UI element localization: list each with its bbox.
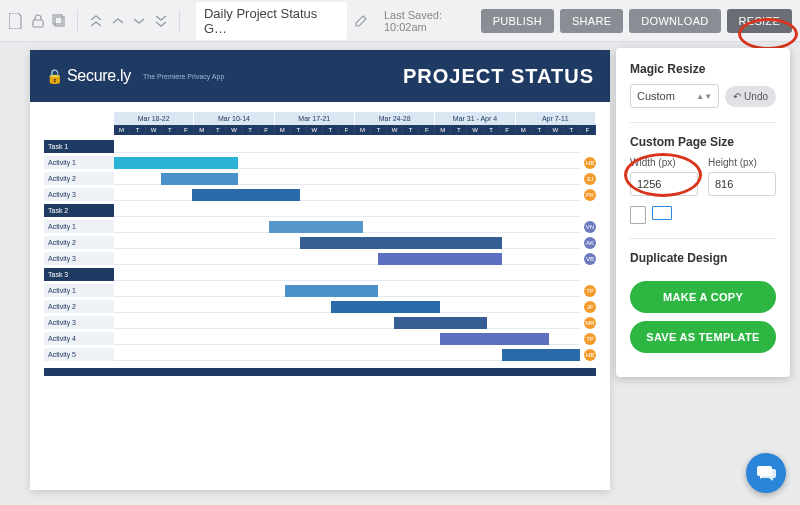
share-button[interactable]: SHARE	[560, 9, 623, 33]
day-header: F	[500, 125, 516, 135]
day-header: T	[243, 125, 259, 135]
week-header: Mar 10-14	[194, 112, 274, 125]
row-label: Activity 5	[44, 348, 114, 361]
day-header: W	[467, 125, 483, 135]
height-input[interactable]	[708, 172, 776, 196]
row-track	[114, 317, 580, 329]
day-header: M	[194, 125, 210, 135]
row-track	[114, 285, 580, 297]
undo-icon: ↶	[733, 91, 741, 102]
row-label: Activity 1	[44, 220, 114, 233]
width-input[interactable]	[630, 172, 698, 196]
row-label: Activity 1	[44, 156, 114, 169]
row-track	[114, 237, 580, 249]
preset-value: Custom	[637, 90, 675, 102]
double-down-icon[interactable]	[153, 12, 169, 30]
make-a-copy-button[interactable]: MAKE A COPY	[630, 281, 776, 313]
row-track	[114, 269, 580, 281]
day-header: F	[178, 125, 194, 135]
svg-rect-0	[33, 20, 43, 27]
assignee-badge: TP	[584, 333, 596, 345]
assignee-badge: HB	[584, 157, 596, 169]
design-canvas[interactable]: 🔒 Secure.ly The Premiere Privacy App PRO…	[30, 50, 610, 490]
row-track	[114, 349, 580, 361]
chat-fab[interactable]	[746, 453, 786, 493]
gantt-bar	[114, 157, 238, 169]
document-title-input[interactable]: Daily Project Status G…	[196, 2, 347, 40]
day-header: T	[371, 125, 387, 135]
row-label: Task 1	[44, 140, 114, 153]
row-label: Activity 2	[44, 236, 114, 249]
undo-button[interactable]: ↶ Undo	[725, 86, 776, 107]
day-header: W	[226, 125, 242, 135]
week-header: Mar 31 - Apr 4	[435, 112, 515, 125]
lock-icon[interactable]	[30, 12, 46, 30]
day-header: F	[419, 125, 435, 135]
row-track	[114, 333, 580, 345]
row-label: Activity 4	[44, 332, 114, 345]
assignee-badge: HB	[584, 349, 596, 361]
chevron-down-icon[interactable]	[132, 12, 148, 30]
publish-button[interactable]: PUBLISH	[481, 9, 554, 33]
gantt-activity-row: Activity 5HB	[44, 347, 596, 362]
day-header: T	[210, 125, 226, 135]
day-header: T	[130, 125, 146, 135]
day-header: M	[516, 125, 532, 135]
gantt-task-row: Task 1	[44, 139, 596, 154]
resize-button[interactable]: RESIZE	[727, 9, 793, 33]
assignee-badge: VB	[584, 253, 596, 265]
double-up-icon[interactable]	[88, 12, 104, 30]
copy-icon[interactable]	[51, 12, 67, 30]
row-label: Activity 3	[44, 252, 114, 265]
gantt-bar	[192, 189, 301, 201]
day-header: W	[387, 125, 403, 135]
svg-rect-2	[53, 15, 62, 24]
gantt-activity-row: Activity 1TP	[44, 283, 596, 298]
orientation-landscape-icon[interactable]	[652, 206, 672, 220]
gantt-chart: Mar 18-22Mar 10-14Mar 17-21Mar 24-28Mar …	[30, 102, 610, 380]
assignee-badge: SJ	[584, 173, 596, 185]
separator	[77, 10, 78, 32]
chevron-up-icon[interactable]	[110, 12, 126, 30]
gantt-bar	[394, 317, 487, 329]
canvas-title: PROJECT STATUS	[403, 65, 594, 88]
select-chevron-icon: ▲▼	[696, 92, 712, 101]
panel-separator	[630, 238, 776, 239]
gantt-bar	[440, 333, 549, 345]
resize-preset-select[interactable]: Custom ▲▼	[630, 84, 719, 108]
row-label: Activity 2	[44, 300, 114, 313]
file-icon[interactable]	[8, 12, 24, 30]
gantt-activity-row: Activity 2SJ	[44, 171, 596, 186]
row-track	[114, 205, 580, 217]
row-label: Activity 1	[44, 284, 114, 297]
duplicate-heading: Duplicate Design	[630, 251, 776, 265]
day-header: T	[323, 125, 339, 135]
day-header: M	[114, 125, 130, 135]
gantt-activity-row: Activity 3PK	[44, 187, 596, 202]
download-button[interactable]: DOWNLOAD	[629, 9, 720, 33]
assignee-badge: PK	[584, 189, 596, 201]
row-track	[114, 141, 580, 153]
separator	[179, 10, 180, 32]
gantt-activity-row: Activity 1HB	[44, 155, 596, 170]
row-track	[114, 253, 580, 265]
resize-panel: Magic Resize Custom ▲▼ ↶ Undo Custom Pag…	[616, 48, 790, 377]
assignee-badge: VN	[584, 221, 596, 233]
row-track	[114, 189, 580, 201]
save-as-template-button[interactable]: SAVE AS TEMPLATE	[630, 321, 776, 353]
week-header: Mar 18-22	[114, 112, 194, 125]
brand-name: Secure.ly	[67, 67, 131, 85]
assignee-badge: MR	[584, 317, 596, 329]
orientation-portrait-icon[interactable]	[630, 206, 646, 224]
gantt-activity-row: Activity 3MR	[44, 315, 596, 330]
gantt-bar	[285, 285, 378, 297]
edit-title-icon[interactable]	[353, 12, 370, 30]
gantt-activity-row: Activity 2AK	[44, 235, 596, 250]
row-track	[114, 221, 580, 233]
gantt-bar	[300, 237, 502, 249]
day-header: M	[355, 125, 371, 135]
week-header: Mar 24-28	[355, 112, 435, 125]
brand-lock-icon: 🔒	[46, 68, 63, 84]
last-saved-label: Last Saved: 10:02am	[384, 9, 475, 33]
row-label: Activity 3	[44, 188, 114, 201]
